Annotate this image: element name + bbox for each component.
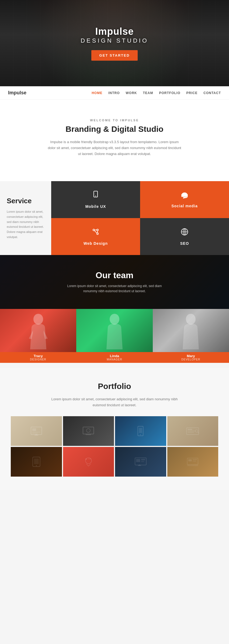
nav-link-price[interactable]: PRICE	[186, 91, 198, 95]
svg-point-42	[36, 465, 37, 466]
hero-content: Impulse Design Studio Get Started	[81, 26, 148, 61]
hero-cta-button[interactable]: Get Started	[91, 50, 138, 61]
navbar: Impulse HOME INTRO WORK TEAM PORTFOLIO P…	[0, 86, 229, 100]
linda-label: Linda Manager	[76, 352, 152, 363]
svg-rect-37	[188, 432, 194, 433]
svg-rect-23	[32, 428, 36, 431]
web-design-icon	[91, 228, 100, 238]
mary-photo	[153, 309, 229, 352]
svg-point-11	[97, 229, 98, 231]
svg-point-38	[195, 430, 198, 432]
service-grid: Mobile UX Social media	[51, 181, 229, 255]
hero-section: Impulse Design Studio Get Started	[0, 0, 229, 86]
mary-role: Developer	[181, 358, 200, 361]
intro-text: Impulse is a mobile friendly Bootstrap v…	[47, 139, 182, 157]
svg-rect-56	[187, 465, 198, 466]
svg-rect-29	[86, 434, 91, 435]
nav-link-intro[interactable]: INTRO	[108, 91, 120, 95]
portfolio-item-5[interactable]	[11, 447, 62, 477]
service-text: Lorem ipsum dolor sit amet, consectetuer…	[7, 209, 44, 239]
nav-link-contact[interactable]: CONTACT	[203, 91, 221, 95]
service-label-seo: SEO	[180, 241, 189, 246]
service-item-social-media[interactable]: Social media	[140, 181, 229, 218]
social-media-icon	[180, 191, 189, 201]
svg-rect-45	[88, 459, 91, 459]
svg-rect-8	[182, 195, 187, 197]
portfolio-item-1[interactable]	[11, 416, 62, 446]
svg-rect-53	[188, 459, 192, 462]
svg-rect-27	[34, 435, 38, 436]
service-section: Service Lorem ipsum dolor sit amet, cons…	[0, 181, 229, 255]
portfolio-item-8[interactable]	[167, 447, 218, 477]
team-member-mary: Mary Developer	[153, 309, 229, 363]
svg-rect-44	[85, 459, 87, 460]
svg-point-30	[86, 429, 90, 432]
mobile-ux-icon	[91, 191, 100, 201]
nav-brand: Impulse	[8, 90, 92, 96]
intro-label: Welcome to Impulse	[27, 119, 202, 122]
svg-rect-36	[188, 431, 196, 432]
nav-link-portfolio[interactable]: PORTFOLIO	[159, 91, 181, 95]
portfolio-header: Portfolio Lorem ipsum dolor sit amet, co…	[11, 382, 218, 408]
seo-icon	[180, 228, 189, 238]
service-label-web-design: Web Design	[84, 241, 108, 246]
linda-role: Manager	[107, 358, 122, 361]
mary-label: Mary Developer	[153, 352, 229, 363]
portfolio-section: Portfolio Lorem ipsum dolor sit amet, co…	[0, 368, 229, 490]
mary-name: Mary	[187, 354, 195, 358]
service-label-mobile-ux: Mobile UX	[85, 204, 106, 209]
team-member-linda: Linda Manager	[76, 309, 152, 363]
portfolio-title: Portfolio	[11, 382, 218, 391]
service-title: Service	[7, 197, 44, 205]
portfolio-item-6[interactable]	[63, 447, 114, 477]
linda-photo	[76, 309, 152, 352]
linda-name: Linda	[110, 354, 119, 358]
team-member-tracy: Tracy Designer	[0, 309, 76, 363]
team-title: Our team	[96, 270, 133, 280]
tracy-photo	[0, 309, 76, 352]
tracy-name: Tracy	[34, 354, 43, 358]
tracy-label: Tracy Designer	[0, 352, 76, 363]
svg-point-20	[110, 314, 119, 325]
portfolio-item-7[interactable]	[115, 447, 166, 477]
svg-rect-41	[34, 459, 39, 464]
svg-rect-47	[136, 459, 140, 462]
svg-point-1	[95, 196, 96, 197]
portfolio-grid	[11, 416, 218, 477]
portfolio-item-2[interactable]	[63, 416, 114, 446]
svg-rect-48	[141, 459, 145, 460]
svg-rect-51	[138, 465, 141, 466]
nav-link-work[interactable]: WORK	[126, 91, 137, 95]
svg-rect-49	[141, 461, 144, 462]
svg-rect-28	[83, 427, 94, 434]
hero-main-title: Impulse	[81, 26, 148, 37]
nav-links: HOME INTRO WORK TEAM PORTFOLIO PRICE CON…	[92, 91, 221, 95]
service-label-social-media: Social media	[171, 204, 198, 208]
intro-section: Welcome to Impulse Branding & Digital St…	[0, 100, 229, 181]
service-left: Service Lorem ipsum dolor sit amet, cons…	[0, 181, 51, 255]
team-members: Tracy Designer Linda Manager	[0, 309, 229, 363]
svg-rect-55	[193, 461, 196, 462]
team-text: Lorem ipsum dolor sit amet, consectetuer…	[61, 284, 168, 294]
intro-title: Branding & Digital Studio	[27, 125, 202, 134]
svg-point-21	[186, 314, 196, 325]
team-background: Our team Lorem ipsum dolor sit amet, con…	[0, 255, 229, 309]
svg-rect-32	[139, 428, 142, 433]
portfolio-item-4[interactable]	[167, 416, 218, 446]
portfolio-item-3[interactable]	[115, 416, 166, 446]
svg-line-14	[94, 230, 97, 233]
hero-sub-title: Design Studio	[81, 37, 148, 44]
svg-point-19	[33, 314, 43, 325]
portfolio-text: Lorem ipsum dolor sit amet, consectetuer…	[47, 396, 182, 408]
nav-link-home[interactable]: HOME	[92, 91, 102, 95]
service-item-mobile-ux[interactable]: Mobile UX	[51, 181, 140, 218]
svg-point-33	[140, 434, 141, 435]
tracy-role: Designer	[30, 358, 46, 361]
service-item-seo[interactable]: SEO	[140, 218, 229, 255]
nav-link-team[interactable]: TEAM	[143, 91, 153, 95]
team-section: Our team Lorem ipsum dolor sit amet, con…	[0, 255, 229, 363]
svg-rect-35	[188, 429, 192, 430]
svg-rect-54	[193, 459, 197, 460]
service-item-web-design[interactable]: Web Design	[51, 218, 140, 255]
